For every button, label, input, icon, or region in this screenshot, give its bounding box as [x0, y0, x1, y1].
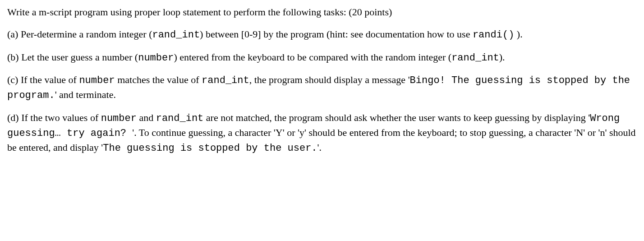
part-c-text4: ' and terminate.: [55, 89, 116, 100]
part-d-text1: (d) If the two values of: [7, 112, 101, 123]
intro-paragraph: Write a m-script program using proper lo…: [7, 5, 637, 19]
part-b-paragraph: (b) Let the user guess a number (number)…: [7, 51, 637, 65]
part-b-text3: ).: [499, 51, 505, 63]
part-d-paragraph: (d) If the two values of number and rand…: [7, 111, 637, 155]
part-c-text2: matches the value of: [115, 74, 202, 85]
part-a-text3: ).: [514, 28, 522, 40]
part-c-paragraph: (c) If the value of number matches the v…: [7, 73, 637, 103]
part-b-text2: ) entered from the keyboard to be compar…: [174, 51, 451, 63]
part-c-text1: (c) If the value of: [7, 74, 79, 85]
part-d-code1: number: [101, 113, 137, 124]
part-d-text3: are not matched, the program should ask …: [203, 112, 590, 123]
part-b-code1: number: [138, 52, 174, 64]
part-d-code2: rand_int: [156, 113, 204, 124]
part-c-code1: number: [79, 75, 115, 86]
part-b-code2: rand_int: [451, 52, 499, 64]
part-a-text1: (a) Per-determine a random integer (: [7, 28, 152, 40]
part-d-text2: and: [137, 112, 156, 123]
part-a-code1: rand_int: [152, 29, 200, 41]
part-c-text3: , the program should display a message ': [249, 74, 410, 85]
part-c-code2: rand_int: [202, 75, 249, 86]
part-a-code2: randi(): [473, 29, 514, 41]
part-a-paragraph: (a) Per-determine a random integer (rand…: [7, 28, 637, 42]
part-d-code4: The guessing is stopped by the user.: [103, 143, 317, 154]
part-b-text1: (b) Let the user guess a number (: [7, 51, 138, 63]
part-d-text5: '.: [317, 142, 322, 153]
part-a-text2: ) between [0-9] by the program (hint: se…: [200, 28, 473, 40]
intro-text: Write a m-script program using proper lo…: [7, 6, 392, 18]
